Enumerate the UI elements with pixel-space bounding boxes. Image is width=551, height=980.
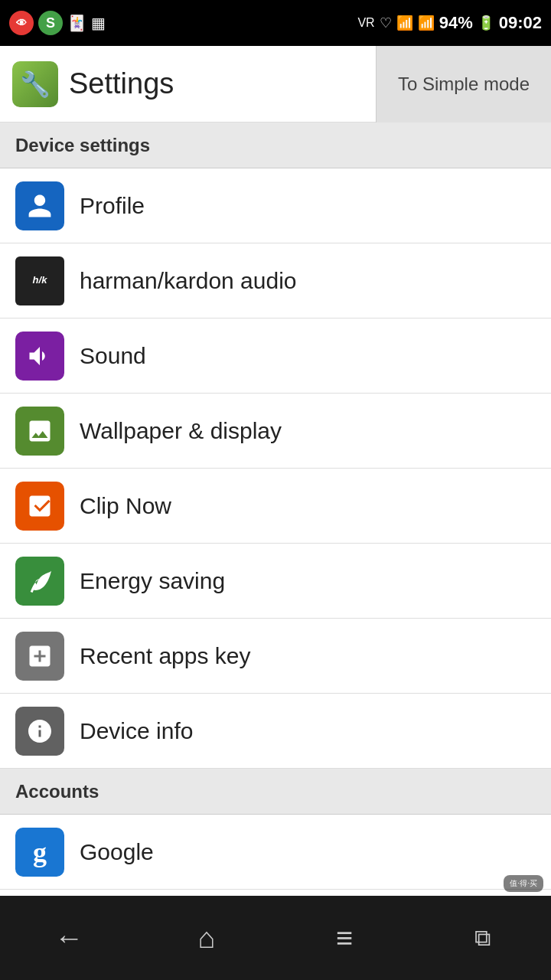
settings-item-recent-apps[interactable]: Recent apps key [0, 619, 551, 694]
sound-icon [15, 332, 64, 381]
device-info-label: Device info [80, 718, 193, 744]
settings-item-clip-now[interactable]: Clip Now [0, 469, 551, 544]
wallpaper-label: Wallpaper & display [80, 418, 282, 444]
app-icon-3: 🃏 [67, 14, 86, 32]
vr-icon: VR [357, 16, 374, 30]
hk-icon: h/k [15, 256, 64, 305]
device-info-icon [15, 707, 64, 756]
menu-button[interactable]: ≡ [298, 907, 390, 969]
signal-icon: 📶 [418, 15, 435, 31]
menu-icon: ≡ [336, 922, 353, 955]
accounts-list: g Google [0, 815, 551, 890]
watermark-text: 值⋅得⋅买 [510, 878, 537, 889]
settings-item-hk[interactable]: h/k harman/kardon audio [0, 243, 551, 318]
energy-saving-label: Energy saving [80, 568, 225, 594]
sound-label: Sound [80, 343, 146, 369]
wrench-icon: 🔧 [20, 70, 51, 99]
content-area: Device settings Profile h/k harman/kardo… [0, 122, 551, 896]
app-icon-4: ▦ [91, 14, 106, 32]
battery-icon: 🔋 [478, 15, 494, 31]
clip-now-label: Clip Now [80, 493, 171, 519]
header-left: 🔧 Settings [0, 61, 376, 107]
profile-icon [15, 181, 64, 230]
settings-item-wallpaper[interactable]: Wallpaper & display [0, 394, 551, 469]
home-icon: ⌂ [198, 922, 216, 955]
settings-item-google[interactable]: g Google [0, 815, 551, 890]
simple-mode-button[interactable]: To Simple mode [376, 46, 551, 122]
app-icon-1: 👁 [9, 11, 34, 35]
recent-icon: ⧉ [474, 925, 491, 952]
recent-apps-icon [15, 632, 64, 681]
navigation-bar: ← ⌂ ≡ ⧉ 值⋅得⋅买 [0, 896, 551, 980]
watermark: 值⋅得⋅买 [504, 875, 543, 892]
profile-label: Profile [80, 193, 145, 219]
section-device-settings: Device settings [0, 122, 551, 168]
status-left-icons: 👁 S 🃏 ▦ [9, 11, 106, 35]
recent-button[interactable]: ⧉ [436, 907, 528, 969]
app-icon-2: S [38, 11, 63, 35]
heart-icon: ♡ [380, 15, 392, 31]
back-button[interactable]: ← [23, 907, 115, 969]
section-accounts: Accounts [0, 769, 551, 815]
settings-app-icon: 🔧 [12, 61, 58, 107]
section-device-settings-label: Device settings [15, 135, 150, 156]
energy-saving-icon [15, 557, 64, 606]
settings-item-profile[interactable]: Profile [0, 168, 551, 243]
device-settings-list: Profile h/k harman/kardon audio Sound [0, 168, 551, 769]
back-icon: ← [54, 922, 83, 955]
status-time: 09:02 [499, 13, 542, 33]
settings-item-sound[interactable]: Sound [0, 318, 551, 394]
clip-now-icon [15, 482, 64, 531]
app-header: 🔧 Settings To Simple mode [0, 46, 551, 122]
google-label: Google [80, 839, 154, 865]
google-icon: g [15, 828, 64, 877]
hk-audio-label: harman/kardon audio [80, 268, 297, 294]
recent-apps-label: Recent apps key [80, 643, 250, 669]
settings-item-device-info[interactable]: Device info [0, 694, 551, 769]
settings-item-energy[interactable]: Energy saving [0, 544, 551, 619]
section-accounts-label: Accounts [15, 781, 99, 802]
battery-percent: 94% [439, 13, 473, 33]
hk-label: h/k [33, 275, 47, 286]
status-bar: 👁 S 🃏 ▦ VR ♡ 📶 📶 94% 🔋 09:02 [0, 0, 551, 46]
status-right-icons: VR ♡ 📶 📶 94% 🔋 09:02 [357, 13, 542, 33]
wallpaper-icon [15, 407, 64, 456]
wifi-icon: 📶 [396, 15, 413, 31]
home-button[interactable]: ⌂ [161, 907, 253, 969]
app-title: Settings [69, 67, 174, 100]
